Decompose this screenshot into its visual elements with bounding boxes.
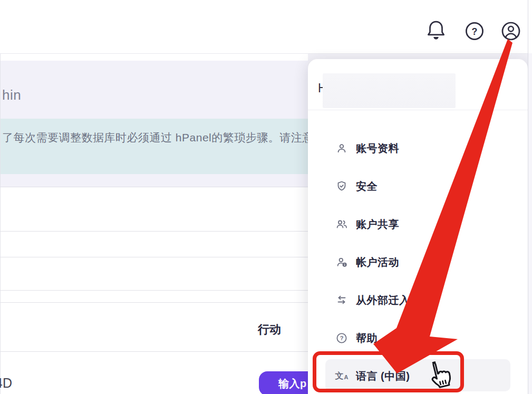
account-name-blur-patch	[323, 73, 456, 108]
table-row-divider	[1, 257, 308, 257]
profile-icon	[501, 21, 521, 42]
table-row-divider	[1, 302, 308, 303]
table-row-divider	[1, 290, 308, 291]
swap-arrows-icon	[335, 294, 348, 306]
svg-text:?: ?	[340, 335, 344, 341]
svg-text:?: ?	[472, 26, 478, 37]
table-row-divider	[1, 231, 308, 232]
table-action-column-header: 行动	[258, 322, 281, 338]
shield-check-icon	[335, 180, 348, 193]
menu-item-label: 安全	[356, 179, 378, 194]
menu-item-migrate-website[interactable]: 从外部迁入网站	[327, 283, 509, 317]
menu-item-account-info[interactable]: 账号资料	[327, 131, 509, 165]
menu-item-label: 帐户活动	[356, 255, 399, 270]
screen: hin 了每次需要调整数据库时必须通过 hPanel的繁琐步骤。请注意， 行动 …	[0, 0, 532, 394]
people-icon	[335, 218, 348, 230]
menu-item-label: 账号资料	[356, 141, 399, 156]
person-activity-icon	[335, 256, 348, 268]
account-dropdown-menu: H 账号资料 安全	[308, 59, 528, 394]
menu-item-language[interactable]: 文A 语言 (中国)	[327, 359, 509, 393]
menu-item-label: 语言 (中国)	[356, 369, 410, 383]
info-banner-text: 了每次需要调整数据库时必须通过 hPanel的繁琐步骤。请注意，	[2, 130, 325, 145]
menu-item-help[interactable]: ? 帮助	[327, 321, 509, 355]
menu-item-security[interactable]: 安全	[327, 169, 509, 203]
bell-icon	[426, 19, 446, 43]
menu-divider	[308, 110, 528, 110]
person-icon	[335, 142, 348, 155]
table-row-divider	[1, 351, 308, 352]
database-name-fragment: 4D	[0, 376, 12, 391]
help-button[interactable]: ?	[465, 19, 485, 43]
account-profile-button[interactable]	[501, 19, 521, 43]
menu-item-account-sharing[interactable]: 账户共享	[327, 207, 509, 241]
menu-item-label: 从外部迁入网站	[356, 293, 432, 307]
question-circle-icon: ?	[335, 332, 348, 344]
page-title-fragment: hin	[2, 87, 21, 103]
menu-item-label: 账户共享	[356, 217, 399, 232]
window-edge-strip	[528, 53, 532, 394]
top-header-bar: ?	[0, 0, 532, 53]
help-circle-icon: ?	[465, 21, 485, 42]
translate-icon: 文A	[335, 370, 348, 382]
menu-item-account-activity[interactable]: 帐户活动	[327, 245, 509, 279]
page-content: hin 了每次需要调整数据库时必须通过 hPanel的繁琐步骤。请注意， 行动 …	[0, 53, 308, 394]
info-banner: 了每次需要调整数据库时必须通过 hPanel的繁琐步骤。请注意，	[1, 119, 308, 174]
menu-item-label: 帮助	[356, 331, 378, 345]
table-header-strip	[1, 174, 308, 187]
page-hero-section	[1, 61, 308, 119]
notifications-button[interactable]	[426, 19, 446, 43]
